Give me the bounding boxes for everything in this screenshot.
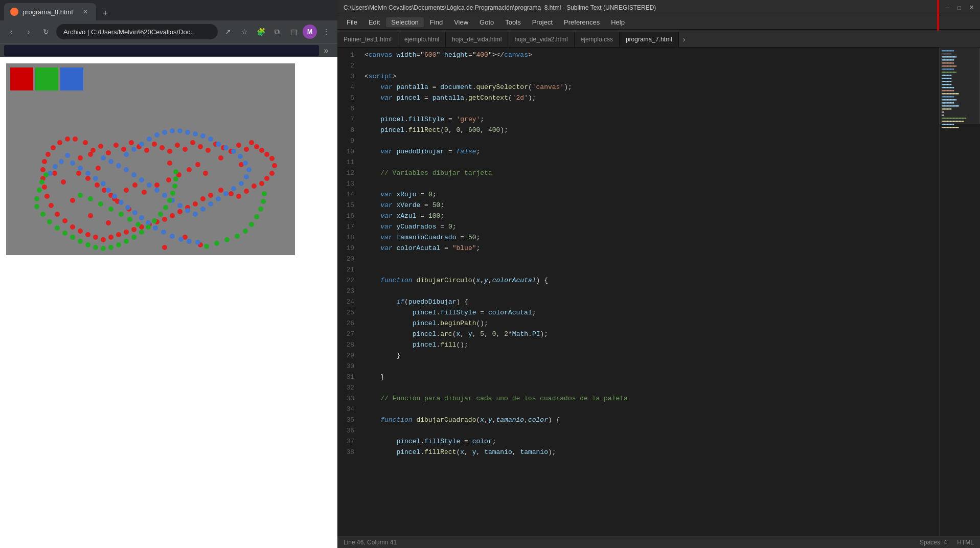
menu-selection[interactable]: Selection (386, 17, 423, 27)
line-num-32: 32 (337, 382, 354, 393)
reload-button[interactable]: ↻ (39, 25, 53, 39)
svg-point-29 (264, 176, 269, 181)
svg-point-69 (167, 161, 172, 166)
svg-point-146 (106, 188, 111, 193)
code-line-13 (364, 178, 939, 189)
menu-dots-icon[interactable]: ⋮ (319, 25, 333, 39)
svg-point-71 (218, 155, 223, 161)
tab-programa7[interactable]: programa_7.html (620, 32, 679, 47)
new-tab-button[interactable]: + (98, 6, 112, 20)
code-editor[interactable]: <canvas width="600" height="400"></canva… (360, 48, 939, 536)
svg-point-157 (187, 239, 192, 244)
svg-point-98 (132, 182, 138, 188)
menu-project[interactable]: Project (527, 17, 558, 27)
browser-panel: programa_8.html ✕ + ‹ › ↻ ↗ ☆ 🧩 ⧉ ▤ M ⋮ … (0, 0, 337, 548)
svg-point-165 (78, 239, 83, 244)
svg-point-198 (88, 196, 93, 201)
address-input[interactable] (56, 24, 218, 39)
share-icon[interactable]: ↗ (221, 25, 235, 39)
svg-point-110 (185, 208, 190, 213)
bookmark-icon[interactable]: ☆ (237, 25, 252, 39)
tab-ejemplo-css[interactable]: ejemplo.css (575, 32, 620, 47)
svg-point-193 (254, 214, 259, 219)
svg-point-106 (154, 188, 159, 193)
svg-point-196 (262, 191, 267, 196)
tab-hoja-vida[interactable]: hoja_de_vida.html (446, 32, 508, 47)
code-line-16: var xAzul = 100; (364, 211, 939, 221)
code-line-27: pincel.arc(x, y, 5, 0, 2*Math.PI); (364, 329, 939, 339)
tab-hoja-vida2[interactable]: hoja_de_vida2.html (508, 32, 574, 47)
svg-point-14 (190, 140, 195, 145)
status-right: Spaces: 4 HTML (920, 539, 974, 546)
svg-point-68 (96, 166, 101, 171)
line-num-10: 10 (337, 146, 354, 157)
tab-groups-icon[interactable]: ⧉ (270, 25, 284, 39)
svg-point-23 (254, 144, 259, 149)
code-line-26: pincel.beginPath(); (364, 318, 939, 329)
extension-puzzle-icon[interactable]: 🧩 (254, 25, 268, 39)
active-tab[interactable]: programa_8.html ✕ (4, 3, 96, 20)
svg-point-176 (158, 212, 163, 217)
svg-point-111 (193, 212, 198, 217)
editor-area: 1 2 3 4 5 6 7 8 9 10 11 12 13 14 15 16 1… (337, 48, 980, 536)
svg-point-174 (146, 224, 151, 230)
menu-help[interactable]: Help (606, 17, 630, 27)
menu-view[interactable]: View (449, 17, 473, 27)
ext-sidebar-toggle[interactable]: » (319, 43, 333, 58)
svg-point-119 (246, 167, 252, 172)
menu-file[interactable]: File (341, 17, 362, 27)
svg-point-147 (112, 194, 117, 199)
svg-point-85 (52, 171, 57, 176)
minimap-viewport[interactable] (940, 48, 980, 124)
svg-point-136 (124, 152, 129, 157)
browser-tab-bar: programa_8.html ✕ + (0, 0, 337, 20)
svg-point-77 (142, 190, 147, 195)
tabs-overflow-button[interactable]: › (679, 32, 690, 47)
menu-preferences[interactable]: Preferences (559, 17, 605, 27)
maximize-button[interactable]: □ (958, 5, 961, 11)
svg-point-51 (93, 235, 98, 240)
code-line-4: var pantalla = document.querySelector('c… (364, 82, 939, 93)
html-canvas (6, 63, 295, 255)
svg-point-67 (73, 136, 78, 142)
tab-close-button[interactable]: ✕ (81, 7, 90, 16)
svg-point-139 (53, 164, 58, 169)
svg-point-47 (124, 230, 129, 235)
code-line-37: pincel.fillStyle = color; (364, 436, 939, 447)
svg-point-48 (116, 232, 121, 237)
tab-primer-test[interactable]: Primer_test1.html (337, 32, 398, 47)
svg-point-36 (208, 193, 213, 198)
line-num-24: 24 (337, 296, 354, 307)
close-window-button[interactable]: ✕ (969, 4, 974, 11)
status-spaces: Spaces: 4 (920, 539, 947, 546)
address-bar-row: ‹ › ↻ ↗ ☆ 🧩 ⧉ ▤ M ⋮ (0, 20, 337, 43)
svg-point-160 (40, 212, 45, 217)
svg-point-11 (167, 149, 172, 154)
tab-ejemplo[interactable]: ejemplo.html (398, 32, 446, 47)
svg-point-90 (88, 152, 93, 157)
minimize-button[interactable]: ─ (946, 5, 950, 11)
svg-point-185 (39, 179, 44, 185)
menu-find[interactable]: Find (425, 17, 448, 27)
code-line-38: pincel.fillRect(x, y, tamanio, tamanio); (364, 447, 939, 458)
line-num-38: 38 (337, 447, 354, 458)
svg-point-52 (85, 232, 90, 237)
line-num-27: 27 (337, 329, 354, 339)
back-button[interactable]: ‹ (4, 25, 18, 39)
svg-point-190 (235, 234, 240, 239)
svg-point-188 (214, 241, 219, 246)
svg-point-129 (177, 128, 183, 133)
menu-goto[interactable]: Goto (474, 17, 499, 27)
code-line-35: function dibujarCuadrado(x,y,tamanio,col… (364, 415, 939, 425)
sidebar-icon[interactable]: ▤ (286, 25, 301, 39)
svg-point-87 (106, 220, 111, 225)
svg-point-199 (98, 201, 103, 207)
line-num-15: 15 (337, 200, 354, 211)
tab-favicon-icon (10, 8, 18, 16)
profile-avatar[interactable]: M (303, 25, 317, 39)
forward-button[interactable]: › (21, 25, 36, 39)
menu-tools[interactable]: Tools (500, 17, 526, 27)
svg-point-57 (49, 203, 54, 208)
menu-edit[interactable]: Edit (363, 17, 385, 27)
line-num-28: 28 (337, 339, 354, 350)
